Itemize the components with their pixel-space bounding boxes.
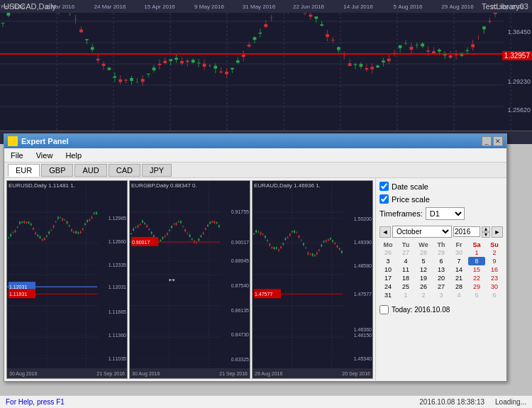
cal-day-5-3[interactable]: 3 bbox=[433, 291, 450, 299]
cal-day-3-6[interactable]: 23 bbox=[486, 274, 503, 282]
date-scale-row: Date scale bbox=[379, 182, 503, 191]
cal-header-su: Su bbox=[486, 241, 503, 248]
today-row: Today: 2016.10.08 bbox=[379, 305, 503, 314]
cal-day-5-6[interactable]: 6 bbox=[486, 291, 503, 299]
cal-day-4-2[interactable]: 26 bbox=[415, 282, 432, 291]
mini-date-end-euraud: 20 Sep 2016 bbox=[342, 371, 370, 376]
cal-day-3-2[interactable]: 19 bbox=[415, 274, 432, 282]
help-text: For Help, press F1 bbox=[6, 398, 65, 406]
cal-prev-button[interactable]: ◄ bbox=[379, 226, 391, 238]
cal-day-0-6[interactable]: 2 bbox=[486, 248, 503, 257]
cal-day-5-1[interactable]: 1 bbox=[397, 291, 414, 299]
cal-day-1-0[interactable]: 3 bbox=[379, 257, 397, 265]
cal-day-4-4[interactable]: 28 bbox=[450, 282, 467, 291]
tab-jpy[interactable]: JPY bbox=[142, 164, 172, 177]
cursor-icon: ↔ bbox=[167, 274, 177, 285]
cal-day-1-3[interactable]: 6 bbox=[433, 257, 450, 265]
cal-day-0-5[interactable]: 1 bbox=[468, 248, 485, 257]
cal-day-1-6[interactable]: 9 bbox=[486, 257, 503, 265]
cal-day-0-0[interactable]: 26 bbox=[379, 248, 397, 257]
cal-day-3-3[interactable]: 20 bbox=[433, 274, 450, 282]
panel-title: Expert Panel bbox=[21, 137, 482, 145]
panel-titlebar[interactable]: ⚡ Expert Panel _ ✕ bbox=[4, 134, 506, 148]
mini-date-start-eurusd: 30 Aug 2016 bbox=[9, 371, 37, 376]
menu-help[interactable]: Help bbox=[62, 150, 84, 161]
cal-day-0-4[interactable]: 30 bbox=[450, 248, 467, 257]
cal-day-1-5[interactable]: 8 bbox=[468, 257, 485, 265]
main-chart: USDCAD,Daily TestLibrary03 1.32957 bbox=[0, 0, 532, 131]
mini-date-end-eurgbp: 21 Sep 2016 bbox=[219, 371, 248, 376]
cal-week-0: 262728293012 bbox=[379, 248, 503, 257]
cal-day-5-2[interactable]: 2 bbox=[415, 291, 432, 299]
cal-week-1: 3456789 bbox=[379, 257, 503, 265]
price-scale-row: Price scale bbox=[379, 194, 503, 204]
cal-header-sa: Sa bbox=[468, 241, 485, 248]
cal-day-2-5[interactable]: 15 bbox=[468, 265, 485, 274]
mini-date-end-eurusd: 21 Sep 2016 bbox=[96, 371, 125, 376]
cal-day-1-4[interactable]: 7 bbox=[450, 257, 467, 265]
cal-year-down-button[interactable]: ▼ bbox=[482, 232, 490, 238]
cal-day-1-2[interactable]: 5 bbox=[415, 257, 432, 265]
cal-day-2-0[interactable]: 10 bbox=[379, 265, 397, 274]
minimize-button[interactable]: _ bbox=[482, 136, 492, 146]
timeframe-select[interactable]: D1 H4 H1 M30 W1 MN bbox=[426, 207, 465, 220]
cal-day-3-1[interactable]: 18 bbox=[397, 274, 414, 282]
status-right: 2016.10.08 18:38:13 Loading... bbox=[419, 398, 526, 406]
today-checkbox[interactable] bbox=[379, 305, 389, 314]
cal-day-4-5[interactable]: 29 bbox=[468, 282, 485, 291]
calendar-grid: Mo Tu We Th Fr Sa Su 2627282930123456789… bbox=[379, 241, 503, 299]
cal-day-4-6[interactable]: 30 bbox=[486, 282, 503, 291]
tab-eur[interactable]: EUR bbox=[8, 164, 40, 177]
mini-chart-eurgbp: EURGBP,Daily 0.88347 0. ↔ 30 Aug 2016 21… bbox=[129, 180, 250, 379]
cal-day-4-0[interactable]: 24 bbox=[379, 282, 397, 291]
date-scale-label: Date scale bbox=[392, 182, 428, 191]
cal-next-button[interactable]: ► bbox=[492, 226, 503, 238]
cal-header-fr: Fr bbox=[450, 241, 467, 248]
cal-day-4-1[interactable]: 25 bbox=[397, 282, 414, 291]
cal-day-2-6[interactable]: 16 bbox=[486, 265, 503, 274]
cal-day-3-4[interactable]: 21 bbox=[450, 274, 467, 282]
panel-controls: _ ✕ bbox=[482, 136, 503, 146]
cal-day-0-1[interactable]: 27 bbox=[397, 248, 414, 257]
mini-chart-title-eurusd: EURUSD,Daily 1.11481 1. bbox=[9, 182, 75, 189]
close-button[interactable]: ✕ bbox=[493, 136, 503, 146]
mini-chart-euraud: EURAUD,Daily 1.46936 1. 29 Aug 2016 20 S… bbox=[252, 180, 373, 379]
cal-day-1-1[interactable]: 4 bbox=[397, 257, 414, 265]
tab-gbp[interactable]: GBP bbox=[41, 164, 73, 177]
timeframe-row: Timeframes: D1 H4 H1 M30 W1 MN bbox=[379, 207, 503, 220]
cal-header-we: We bbox=[415, 241, 432, 248]
cal-day-2-4[interactable]: 14 bbox=[450, 265, 467, 274]
chart-symbol: USDCAD,Daily bbox=[4, 2, 56, 11]
menu-file[interactable]: File bbox=[8, 150, 26, 161]
cal-week-5: 31123456 bbox=[379, 291, 503, 299]
chart-library-label: TestLibrary03 bbox=[482, 2, 528, 11]
mini-chart-title-eurgbp: EURGBP,Daily 0.88347 0. bbox=[131, 182, 197, 189]
expert-panel: ⚡ Expert Panel _ ✕ File View Help EUR GB… bbox=[4, 133, 507, 382]
price-scale-checkbox[interactable] bbox=[379, 194, 389, 204]
cal-year-up-button[interactable]: ▲ bbox=[482, 226, 490, 232]
cal-day-5-5[interactable]: 5 bbox=[468, 291, 485, 299]
date-scale-checkbox[interactable] bbox=[379, 182, 389, 191]
status-datetime: 2016.10.08 18:38:13 bbox=[419, 398, 484, 406]
cal-year-input[interactable] bbox=[453, 226, 480, 237]
cal-day-5-0[interactable]: 31 bbox=[379, 291, 397, 299]
tab-aud[interactable]: AUD bbox=[74, 164, 106, 177]
cal-day-2-2[interactable]: 12 bbox=[415, 265, 432, 274]
cal-year-nav: ▲ ▼ bbox=[482, 226, 490, 238]
mini-chart-eurusd: EURUSD,Daily 1.11481 1. 30 Aug 2016 21 S… bbox=[6, 180, 128, 379]
cal-day-3-5[interactable]: 22 bbox=[468, 274, 485, 282]
menu-view[interactable]: View bbox=[33, 150, 56, 161]
mini-charts-area: EURUSD,Daily 1.11481 1. 30 Aug 2016 21 S… bbox=[4, 178, 375, 381]
cal-day-0-3[interactable]: 29 bbox=[433, 248, 450, 257]
cal-week-3: 17181920212223 bbox=[379, 274, 503, 282]
cal-day-2-3[interactable]: 13 bbox=[433, 265, 450, 274]
cal-day-2-1[interactable]: 11 bbox=[397, 265, 414, 274]
currency-tabs: EUR GBP AUD CAD JPY bbox=[4, 162, 506, 178]
cal-day-4-3[interactable]: 27 bbox=[433, 282, 450, 291]
tab-cad[interactable]: CAD bbox=[109, 164, 140, 177]
cal-day-5-4[interactable]: 4 bbox=[450, 291, 467, 299]
cal-day-0-2[interactable]: 28 bbox=[415, 248, 432, 257]
mini-chart-title-euraud: EURAUD,Daily 1.46936 1. bbox=[254, 182, 321, 189]
cal-day-3-0[interactable]: 17 bbox=[379, 274, 397, 282]
cal-month-select[interactable]: January February March April May June Ju… bbox=[392, 226, 452, 238]
